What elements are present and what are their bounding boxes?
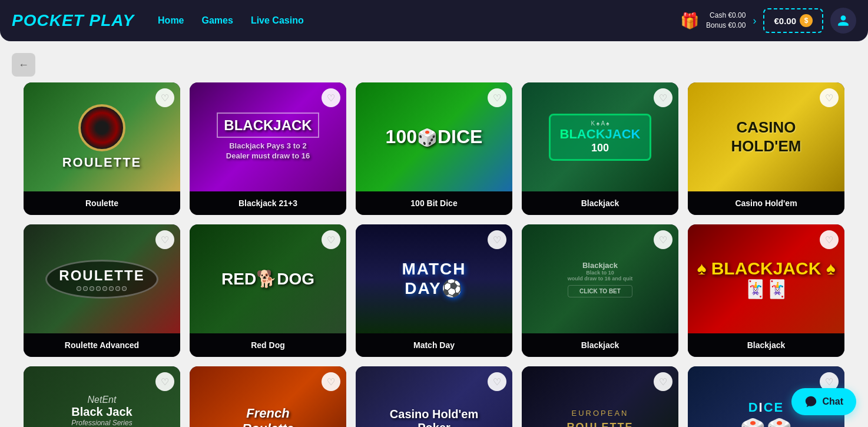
game-label-blackjack3: Blackjack [688,333,844,357]
game-label-casinoholdem: Casino Hold'em [688,191,844,215]
game-grid: ROULETTE ♡Roulette BLACKJACK Blackjack P… [24,82,844,427]
main-content: ROULETTE ♡Roulette BLACKJACK Blackjack P… [0,41,868,427]
game-label-matchday: Match Day [356,333,512,357]
favorite-button-casinoholdem2[interactable]: ♡ [488,372,506,391]
game-card-frenchroulette[interactable]: FrenchRoulette ♡French Roulette [190,366,346,427]
game-thumb-europeanroulette: EUROPEAN ROULETTE ♡ [522,366,678,427]
game-thumb-blackjack21: BLACKJACK Blackjack Pays 3 to 2 Dealer m… [190,82,346,191]
favorite-button-casinoholdem[interactable]: ♡ [820,88,839,107]
game-card-100bitdice[interactable]: 100🎲DICE ♡100 Bit Dice [356,82,512,215]
favorite-button-blackjack21[interactable]: ♡ [322,88,340,107]
balance-info: Cash €0.00 Bonus €0.00 [706,11,746,31]
game-thumb-100bitdice: 100🎲DICE ♡ [356,82,512,191]
cash-balance: Cash €0.00 [710,11,746,21]
game-label-roulette: Roulette [24,191,180,215]
header-right: 🎁 Cash €0.00 Bonus €0.00 › €0.00 $ [680,8,856,34]
nav-games[interactable]: Games [202,15,233,26]
bonus-balance: Bonus €0.00 [706,21,746,31]
wallet-amount: €0.00 [774,16,796,26]
favorite-button-100bitdice[interactable]: ♡ [488,88,506,107]
favorite-button-blackjack3[interactable]: ♡ [820,230,839,249]
game-label-blackjack2: Blackjack [522,333,678,357]
game-card-matchday[interactable]: MATCH DAY⚽ ♡Match Day [356,224,512,357]
game-card-blackjack2[interactable]: Blackjack Black to 10would draw to 16 an… [522,224,678,357]
coin-icon: $ [800,14,813,27]
nav-live-casino[interactable]: Live Casino [251,15,304,26]
favorite-button-blackjack[interactable]: ♡ [654,88,672,107]
chat-button[interactable]: Chat [791,388,856,415]
game-card-casinoholdem[interactable]: CASINOHOLD'EM ♡Casino Hold'em [688,82,844,215]
user-avatar-icon [837,14,850,27]
favorite-button-frenchroulette[interactable]: ♡ [322,372,340,391]
game-thumb-casinoholdem: CASINOHOLD'EM ♡ [688,82,844,191]
nav-home[interactable]: Home [158,15,184,26]
favorite-button-matchday[interactable]: ♡ [488,230,506,249]
game-card-roulette[interactable]: ROULETTE ♡Roulette [24,82,180,215]
game-thumb-reddog: RED🐕DOG ♡ [190,224,346,333]
game-label-reddog: Red Dog [190,333,346,357]
user-profile-button[interactable] [830,8,856,34]
game-label-blackjack21: Blackjack 21+3 [190,191,346,215]
game-card-blackjack3[interactable]: ♠ BLACKJACK ♠ 🃏🃏 ♡Blackjack [688,224,844,357]
favorite-button-reddog[interactable]: ♡ [322,230,340,249]
main-nav: Home Games Live Casino [158,15,680,26]
header: POCKET PLAY Home Games Live Casino 🎁 Cas… [0,0,868,41]
favorite-button-blackjackpro[interactable]: ♡ [155,372,174,391]
game-label-100bitdice: 100 Bit Dice [356,191,512,215]
game-card-europeanroulette[interactable]: EUROPEAN ROULETTE ♡European Roulette [522,366,678,427]
favorite-button-roulette[interactable]: ♡ [155,88,174,107]
favorite-button-europeanroulette[interactable]: ♡ [654,372,672,391]
favorite-button-blackjack2[interactable]: ♡ [654,230,672,249]
game-thumb-blackjackpro: NetEnt Black Jack Professional Series 🂡🂪… [24,366,180,427]
game-card-casinoholdem2[interactable]: Casino Hold'emPoker ♡Casino Hold'em Poke… [356,366,512,427]
game-thumb-blackjack: K ♠ A ♠ BLACKJACK 100 ♡ [522,82,678,191]
game-thumb-blackjack2: Blackjack Black to 10would draw to 16 an… [522,224,678,333]
balance-arrow[interactable]: › [753,15,756,27]
wallet-button[interactable]: €0.00 $ [763,8,823,33]
game-thumb-blackjack3: ♠ BLACKJACK ♠ 🃏🃏 ♡ [688,224,844,333]
game-thumb-roulette: ROULETTE ♡ [24,82,180,191]
game-card-blackjack[interactable]: K ♠ A ♠ BLACKJACK 100 ♡Blackjack [522,82,678,215]
chat-bubble-icon [804,395,817,408]
game-card-reddog[interactable]: RED🐕DOG ♡Red Dog [190,224,346,357]
gift-icon[interactable]: 🎁 [680,12,699,30]
game-card-blackjack21[interactable]: BLACKJACK Blackjack Pays 3 to 2 Dealer m… [190,82,346,215]
game-thumb-rouletteadv: ROULETTE ♡ [24,224,180,333]
game-label-rouletteadv: Roulette Advanced [24,333,180,357]
back-button[interactable]: ← [12,53,35,77]
logo: POCKET PLAY [12,11,134,30]
favorite-button-rouletteadv[interactable]: ♡ [155,230,174,249]
game-card-blackjackpro[interactable]: NetEnt Black Jack Professional Series 🂡🂪… [24,366,180,427]
chat-label: Chat [822,396,843,407]
game-thumb-matchday: MATCH DAY⚽ ♡ [356,224,512,333]
game-label-blackjack: Blackjack [522,191,678,215]
game-card-rouletteadv[interactable]: ROULETTE ♡Roulette Advanced [24,224,180,357]
game-thumb-frenchroulette: FrenchRoulette ♡ [190,366,346,427]
game-thumb-casinoholdem2: Casino Hold'emPoker ♡ [356,366,512,427]
